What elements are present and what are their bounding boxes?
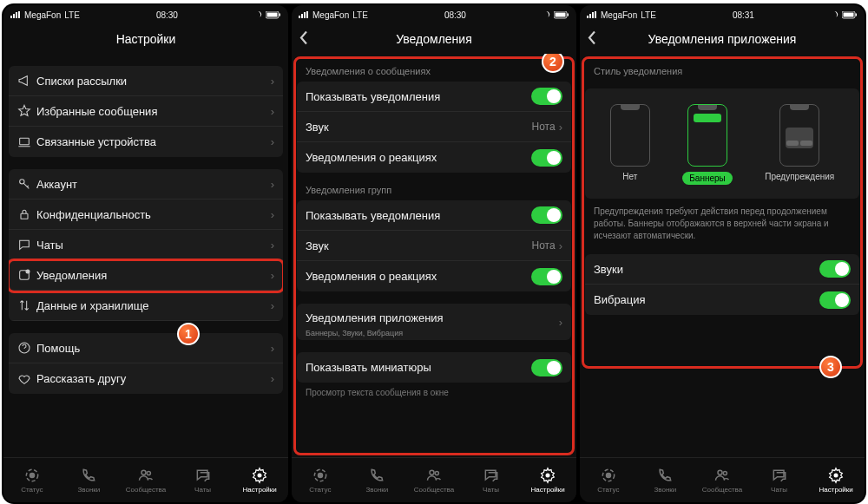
tab-chats[interactable]: Чаты bbox=[751, 458, 808, 502]
svg-rect-1 bbox=[13, 14, 15, 18]
star-icon bbox=[17, 104, 36, 118]
heart-icon bbox=[17, 372, 36, 386]
svg-rect-5 bbox=[266, 12, 277, 16]
status-bar: MegaFon LTE 08:30 bbox=[3, 5, 288, 24]
svg-rect-32 bbox=[592, 12, 594, 18]
svg-point-26 bbox=[318, 474, 322, 478]
group-app-notif: Уведомления приложения › Баннеры, Звуки,… bbox=[297, 304, 571, 340]
tab-communities[interactable]: Сообщества bbox=[694, 458, 751, 502]
toggle-switch[interactable] bbox=[531, 88, 562, 105]
toggle-switch[interactable] bbox=[531, 149, 562, 167]
tab-settings[interactable]: Настройки bbox=[231, 458, 288, 502]
row-show-notif[interactable]: Показывать уведомления bbox=[297, 200, 571, 231]
phone-2-notifications: MegaFon LTE 08:30 Уведомления 2 Уведомле… bbox=[292, 5, 576, 502]
svg-rect-23 bbox=[555, 12, 565, 16]
style-option-banners[interactable]: Баннеры bbox=[682, 104, 732, 185]
tab-settings[interactable]: Настройки bbox=[519, 458, 576, 502]
svg-rect-2 bbox=[16, 12, 17, 18]
signal-icon bbox=[299, 11, 309, 18]
notification-style-box: Нет Баннеры Предупреждения bbox=[585, 88, 859, 199]
svg-rect-35 bbox=[843, 12, 853, 16]
chevron-right-icon: › bbox=[559, 239, 562, 252]
tab-status[interactable]: Статус bbox=[580, 458, 637, 502]
clock-label: 08:31 bbox=[733, 10, 754, 20]
help-icon bbox=[17, 341, 36, 355]
row-app-notif[interactable]: Уведомления приложения › Баннеры, Звуки,… bbox=[297, 304, 571, 340]
page-title-row: Уведомления bbox=[292, 24, 576, 54]
chat-icon bbox=[17, 238, 36, 252]
chevron-right-icon: › bbox=[559, 316, 562, 329]
tab-communities[interactable]: Сообщества bbox=[405, 458, 463, 502]
row-sound[interactable]: Звук Нота › bbox=[297, 231, 571, 261]
toggle-switch[interactable] bbox=[531, 359, 562, 376]
back-button[interactable] bbox=[299, 30, 309, 49]
chevron-right-icon: › bbox=[271, 208, 274, 221]
status-bar: MegaFon LTE 08:30 bbox=[292, 5, 576, 24]
row-label: Аккаунт bbox=[36, 178, 271, 191]
row-vibration[interactable]: Вибрация bbox=[585, 285, 859, 315]
svg-point-27 bbox=[430, 470, 434, 475]
svg-rect-18 bbox=[299, 16, 300, 18]
row-chats[interactable]: Чаты › bbox=[9, 230, 283, 260]
svg-rect-30 bbox=[587, 16, 589, 18]
row-label: Помощь bbox=[36, 342, 271, 355]
row-storage[interactable]: Данные и хранилище › bbox=[9, 291, 283, 321]
toggle-switch[interactable] bbox=[819, 291, 851, 309]
tab-communities[interactable]: Сообщества bbox=[117, 458, 174, 502]
tab-chats[interactable]: Чаты bbox=[174, 458, 232, 502]
group-sound-vibro: Звуки Вибрация bbox=[585, 254, 859, 315]
toggle-switch[interactable] bbox=[819, 260, 851, 278]
row-label: Конфиденциальность bbox=[36, 208, 271, 221]
row-broadcast-lists[interactable]: Списки рассылки › bbox=[9, 66, 283, 96]
row-show-notif[interactable]: Показывать уведомления bbox=[297, 82, 571, 112]
svg-point-17 bbox=[258, 474, 262, 478]
settings-group-1: Списки рассылки › Избранные сообщения › … bbox=[9, 66, 283, 157]
row-sounds[interactable]: Звуки bbox=[585, 254, 859, 285]
tab-status[interactable]: Статус bbox=[3, 458, 61, 502]
back-button[interactable] bbox=[587, 30, 597, 49]
phone-1-settings: MegaFon LTE 08:30 Настройки Списки рассы… bbox=[3, 5, 288, 502]
settings-group-3: Помощь › Рассказать другу › bbox=[9, 333, 283, 394]
svg-point-41 bbox=[834, 474, 838, 478]
dnd-icon bbox=[542, 11, 550, 19]
tab-settings[interactable]: Настройки bbox=[807, 458, 865, 502]
style-option-none[interactable]: Нет bbox=[610, 104, 650, 185]
row-privacy[interactable]: Конфиденциальность › bbox=[9, 200, 283, 230]
svg-rect-33 bbox=[595, 11, 596, 18]
toggle-switch[interactable] bbox=[531, 268, 562, 285]
row-notifications[interactable]: Уведомления › bbox=[9, 260, 283, 291]
svg-point-16 bbox=[147, 471, 150, 475]
svg-rect-0 bbox=[10, 16, 12, 18]
clock-label: 08:30 bbox=[156, 10, 178, 20]
toggle-switch[interactable] bbox=[531, 206, 562, 224]
row-account[interactable]: Аккаунт › bbox=[9, 169, 283, 200]
carrier-label: MegaFon bbox=[24, 10, 61, 20]
page-title: Уведомления приложения bbox=[648, 32, 797, 46]
group-msg-notif: Показывать уведомления Звук Нота › Уведо… bbox=[297, 82, 571, 173]
laptop-icon bbox=[17, 135, 36, 149]
row-sound[interactable]: Звук Нота › bbox=[297, 112, 571, 142]
chevron-right-icon: › bbox=[271, 372, 274, 385]
tab-calls[interactable]: Звонки bbox=[61, 458, 118, 502]
status-bar: MegaFon LTE 08:31 bbox=[580, 5, 865, 24]
tab-status[interactable]: Статус bbox=[292, 458, 349, 502]
svg-point-28 bbox=[435, 471, 438, 475]
row-linked-devices[interactable]: Связанные устройства › bbox=[9, 127, 283, 157]
row-reaction-notif[interactable]: Уведомления о реакциях bbox=[297, 142, 571, 173]
section-header: Стиль уведомления bbox=[585, 54, 859, 80]
row-reaction-notif[interactable]: Уведомления о реакциях bbox=[297, 261, 571, 291]
section-header: Уведомления о сообщениях bbox=[297, 54, 571, 80]
tab-chats[interactable]: Чаты bbox=[463, 458, 520, 502]
tab-calls[interactable]: Звонки bbox=[637, 458, 694, 502]
svg-rect-19 bbox=[301, 14, 303, 18]
notification-square-icon bbox=[17, 268, 36, 282]
tab-calls[interactable]: Звонки bbox=[349, 458, 406, 502]
row-show-thumb[interactable]: Показывать миниатюры bbox=[297, 352, 571, 383]
row-help[interactable]: Помощь › bbox=[9, 333, 283, 363]
megaphone-icon bbox=[17, 74, 36, 88]
row-label: Данные и хранилище bbox=[36, 299, 271, 312]
style-option-alerts[interactable]: Предупреждения bbox=[765, 104, 834, 185]
row-starred[interactable]: Избранные сообщения › bbox=[9, 96, 283, 127]
row-tell-friend[interactable]: Рассказать другу › bbox=[9, 363, 283, 394]
row-subtitle: Баннеры, Звуки, Вибрация bbox=[306, 329, 403, 337]
